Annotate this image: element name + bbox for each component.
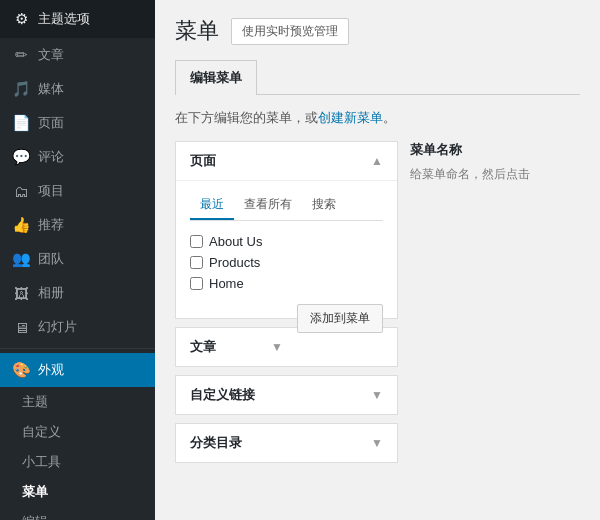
panel-categories: 分类目录 ▼ [175, 423, 398, 463]
projects-icon: 🗂 [12, 182, 30, 200]
panel-posts-title: 文章 [190, 338, 216, 356]
panel-custom-links-header[interactable]: 自定义链接 ▼ [176, 376, 397, 414]
comments-icon: 💬 [12, 148, 30, 166]
posts-icon: ✏ [12, 46, 30, 64]
recommend-icon: 👍 [12, 216, 30, 234]
checkbox-list: About Us Products Home [190, 231, 383, 294]
tab-edit-menu[interactable]: 编辑菜单 [175, 60, 257, 95]
sidebar-divider [0, 348, 155, 349]
info-text: 在下方编辑您的菜单，或创建新菜单。 [175, 109, 580, 127]
sidebar-item-team[interactable]: 👥 团队 [0, 242, 155, 276]
slides-icon: 🖥 [12, 318, 30, 336]
panel-pages: 页面 ▲ 最近 查看所有 搜索 About Us [175, 141, 398, 319]
sidebar-item-recommend[interactable]: 👍 推荐 [0, 208, 155, 242]
tab-all[interactable]: 查看所有 [234, 191, 302, 220]
panel-custom-links-title: 自定义链接 [190, 386, 255, 404]
sidebar-item-label: 推荐 [38, 216, 64, 234]
list-item: Products [190, 252, 383, 273]
sidebar-sub-editor[interactable]: 编辑 [0, 507, 155, 520]
right-column: 菜单名称 给菜单命名，然后点击 [410, 141, 580, 183]
menu-name-hint: 给菜单命名，然后点击 [410, 165, 580, 183]
media-icon: 🎵 [12, 80, 30, 98]
sidebar-item-label: 项目 [38, 182, 64, 200]
sidebar-item-label: 文章 [38, 46, 64, 64]
tab-bar: 编辑菜单 [175, 60, 580, 95]
list-item: About Us [190, 231, 383, 252]
sidebar-sub-widgets[interactable]: 小工具 [0, 447, 155, 477]
panel-categories-title: 分类目录 [190, 434, 242, 452]
panel-pages-title: 页面 [190, 152, 216, 170]
pages-icon: 📄 [12, 114, 30, 132]
panel-pages-header[interactable]: 页面 ▲ [176, 142, 397, 180]
checkbox-home[interactable] [190, 277, 203, 290]
menu-name-label: 菜单名称 [410, 141, 580, 159]
sidebar-sub-menus[interactable]: 菜单 [0, 477, 155, 507]
tab-recent[interactable]: 最近 [190, 191, 234, 220]
sidebar-item-label: 相册 [38, 284, 64, 302]
sidebar-item-label: 评论 [38, 148, 64, 166]
panel-posts-header[interactable]: 文章 ▼ [176, 328, 297, 366]
settings-icon: ⚙ [12, 10, 30, 28]
sidebar-item-label: 页面 [38, 114, 64, 132]
sidebar-item-slides[interactable]: 🖥 幻灯片 [0, 310, 155, 344]
chevron-up-icon: ▲ [371, 154, 383, 168]
page-title-row: 菜单 使用实时预览管理 [175, 16, 580, 46]
list-item: Home [190, 273, 383, 294]
chevron-down-icon-3: ▼ [371, 436, 383, 450]
sidebar-item-posts[interactable]: ✏ 文章 [0, 38, 155, 72]
tabs-mini: 最近 查看所有 搜索 [190, 191, 383, 221]
sidebar-appearance-label: 外观 [38, 361, 64, 379]
add-to-menu-button[interactable]: 添加到菜单 [297, 304, 383, 333]
sidebar-item-pages[interactable]: 📄 页面 [0, 106, 155, 140]
panel-categories-header[interactable]: 分类目录 ▼ [176, 424, 397, 462]
sidebar-sub-customize[interactable]: 自定义 [0, 417, 155, 447]
panel-pages-body: 最近 查看所有 搜索 About Us Products [176, 180, 397, 318]
albums-icon: 🖼 [12, 284, 30, 302]
checkbox-about-us[interactable] [190, 235, 203, 248]
sidebar-item-label: 团队 [38, 250, 64, 268]
appearance-icon: 🎨 [12, 361, 30, 379]
content-columns: 页面 ▲ 最近 查看所有 搜索 About Us [175, 141, 580, 471]
panel-custom-links: 自定义链接 ▼ [175, 375, 398, 415]
tab-search[interactable]: 搜索 [302, 191, 346, 220]
sidebar-item-albums[interactable]: 🖼 相册 [0, 276, 155, 310]
checkbox-products[interactable] [190, 256, 203, 269]
main-content: 菜单 使用实时预览管理 编辑菜单 在下方编辑您的菜单，或创建新菜单。 页面 ▲ … [155, 0, 600, 520]
page-title: 菜单 [175, 16, 219, 46]
sidebar-item-appearance[interactable]: 🎨 外观 [0, 353, 155, 387]
left-column: 页面 ▲ 最近 查看所有 搜索 About Us [175, 141, 398, 471]
sidebar-sub-themes[interactable]: 主题 [0, 387, 155, 417]
preview-button[interactable]: 使用实时预览管理 [231, 18, 349, 45]
sidebar: ⚙ 主题选项 ✏ 文章 🎵 媒体 📄 页面 💬 评论 🗂 项目 👍 推荐 👥 团… [0, 0, 155, 520]
sidebar-item-label: 媒体 [38, 80, 64, 98]
team-icon: 👥 [12, 250, 30, 268]
panel-posts: 文章 ▼ [175, 327, 398, 367]
chevron-down-icon-2: ▼ [371, 388, 383, 402]
sidebar-item-projects[interactable]: 🗂 项目 [0, 174, 155, 208]
create-new-menu-link[interactable]: 创建新菜单 [318, 110, 383, 125]
item-label: Products [209, 255, 260, 270]
sidebar-item-comments[interactable]: 💬 评论 [0, 140, 155, 174]
sidebar-header-label: 主题选项 [38, 10, 90, 28]
sidebar-header[interactable]: ⚙ 主题选项 [0, 0, 155, 38]
item-label: Home [209, 276, 244, 291]
chevron-down-icon: ▼ [271, 340, 283, 354]
sidebar-item-media[interactable]: 🎵 媒体 [0, 72, 155, 106]
sidebar-item-label: 幻灯片 [38, 318, 77, 336]
item-label: About Us [209, 234, 262, 249]
